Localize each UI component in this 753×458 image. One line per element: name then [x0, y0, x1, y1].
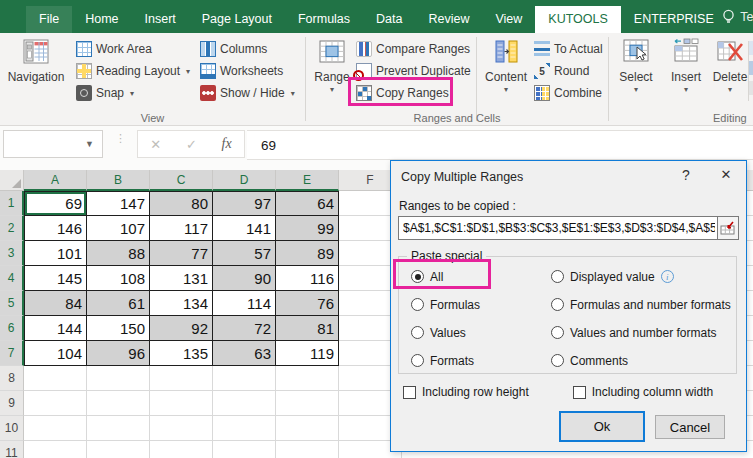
cell-B10[interactable] — [87, 416, 150, 441]
cell-C6[interactable]: 92 — [150, 316, 213, 341]
insert-button[interactable]: Insert ▾ — [666, 36, 706, 94]
row-header-7[interactable]: 7 — [0, 341, 24, 366]
tab-data[interactable]: Data — [363, 6, 415, 33]
radio-displayed-value[interactable]: Displayed valuei — [551, 267, 731, 286]
worksheets-button[interactable]: Worksheets — [200, 61, 295, 81]
cell-A8[interactable] — [24, 366, 87, 391]
info-icon[interactable]: i — [661, 270, 674, 283]
cell-D2[interactable]: 141 — [213, 216, 276, 241]
cell-D5[interactable]: 114 — [213, 291, 276, 316]
cell-C11[interactable] — [150, 441, 213, 458]
cell-C9[interactable] — [150, 391, 213, 416]
cell-C2[interactable]: 117 — [150, 216, 213, 241]
cell-B4[interactable]: 108 — [87, 266, 150, 291]
cell-B11[interactable] — [87, 441, 150, 458]
tab-formulas[interactable]: Formulas — [285, 6, 363, 33]
to-actual-button[interactable]: To Actual — [534, 39, 603, 59]
columns-button[interactable]: Columns — [200, 39, 295, 59]
snap-button[interactable]: Snap▾ — [76, 83, 190, 103]
tell-me[interactable]: Tell — [722, 0, 753, 33]
cell-E11[interactable] — [276, 441, 339, 458]
cell-C5[interactable]: 134 — [150, 291, 213, 316]
cell-B3[interactable]: 88 — [87, 241, 150, 266]
row-header-4[interactable]: 4 — [0, 266, 24, 291]
tab-review[interactable]: Review — [415, 6, 482, 33]
cell-D8[interactable] — [213, 366, 276, 391]
row-header-8[interactable]: 8 — [0, 366, 24, 391]
cell-B8[interactable] — [87, 366, 150, 391]
cell-A11[interactable] — [24, 441, 87, 458]
checkbox-including-column-width[interactable]: Including column width — [573, 385, 713, 399]
compare-ranges-button[interactable]: Compare Ranges — [356, 39, 471, 59]
cell-A2[interactable]: 146 — [24, 216, 87, 241]
work-area-button[interactable]: Work Area — [76, 39, 190, 59]
insert-function-icon[interactable]: fx — [222, 136, 232, 152]
cell-D7[interactable]: 63 — [213, 341, 276, 366]
cell-E8[interactable] — [276, 366, 339, 391]
cell-D9[interactable] — [213, 391, 276, 416]
cell-C1[interactable]: 80 — [150, 191, 213, 216]
tab-kutools[interactable]: KUTOOLS — [535, 6, 621, 33]
row-header-10[interactable]: 10 — [0, 416, 24, 441]
row-header-5[interactable]: 5 — [0, 291, 24, 316]
cell-A6[interactable]: 144 — [24, 316, 87, 341]
cell-D4[interactable]: 90 — [213, 266, 276, 291]
cell-D11[interactable] — [213, 441, 276, 458]
cell-B5[interactable]: 61 — [87, 291, 150, 316]
cell-A7[interactable]: 104 — [24, 341, 87, 366]
row-header-2[interactable]: 2 — [0, 216, 24, 241]
ranges-input[interactable] — [398, 216, 717, 240]
navigation-button[interactable]: Navigation — [8, 36, 64, 84]
tab-view[interactable]: View — [482, 6, 535, 33]
tab-insert[interactable]: Insert — [132, 6, 189, 33]
name-box[interactable]: ▼ — [3, 130, 103, 158]
delete-button[interactable]: Delete ▾ — [708, 36, 752, 94]
cell-A4[interactable]: 145 — [24, 266, 87, 291]
cell-C3[interactable]: 77 — [150, 241, 213, 266]
cell-E6[interactable]: 81 — [276, 316, 339, 341]
tab-page-layout[interactable]: Page Layout — [189, 6, 285, 33]
radio-comments[interactable]: Comments — [551, 351, 731, 370]
name-box-dropdown-icon[interactable]: ▼ — [85, 139, 94, 149]
row-header-6[interactable]: 6 — [0, 316, 24, 341]
column-header-C[interactable]: C — [150, 170, 213, 191]
row-header-11[interactable]: 11 — [0, 441, 24, 458]
range-button[interactable]: Range ▾ — [310, 36, 354, 94]
select-button[interactable]: Select ▾ — [614, 36, 658, 94]
content-button[interactable]: Content ▾ — [482, 36, 530, 94]
cell-B2[interactable]: 107 — [87, 216, 150, 241]
checkbox-including-row-height[interactable]: Including row height — [403, 385, 529, 399]
cancel-entry-icon[interactable]: ✕ — [150, 137, 161, 152]
cell-B6[interactable]: 150 — [87, 316, 150, 341]
select-all-corner[interactable] — [0, 170, 24, 191]
range-picker-button[interactable] — [717, 216, 739, 240]
cell-C8[interactable] — [150, 366, 213, 391]
cell-A10[interactable] — [24, 416, 87, 441]
tab-enterprise[interactable]: ENTERPRISE — [621, 6, 727, 33]
cell-E4[interactable]: 116 — [276, 266, 339, 291]
row-header-1[interactable]: 1 — [0, 191, 24, 216]
cell-C4[interactable]: 131 — [150, 266, 213, 291]
dialog-close-icon[interactable]: ✕ — [713, 167, 739, 187]
column-header-B[interactable]: B — [87, 170, 150, 191]
cell-D1[interactable]: 97 — [213, 191, 276, 216]
radio-values[interactable]: Values — [411, 323, 480, 342]
cell-A1[interactable]: 69 — [24, 191, 87, 216]
radio-formats[interactable]: Formats — [411, 351, 480, 370]
tab-file[interactable]: File — [26, 6, 72, 33]
dialog-help-button[interactable]: ? — [673, 167, 699, 187]
cell-A9[interactable] — [24, 391, 87, 416]
column-header-A[interactable]: A — [24, 170, 87, 191]
round-button[interactable]: 5Round — [534, 61, 603, 81]
cell-D3[interactable]: 57 — [213, 241, 276, 266]
radio-formulas-number-formats[interactable]: Formulas and number formats — [551, 295, 731, 314]
cell-B7[interactable]: 96 — [87, 341, 150, 366]
cell-D6[interactable]: 72 — [213, 316, 276, 341]
cell-C10[interactable] — [150, 416, 213, 441]
radio-formulas[interactable]: Formulas — [411, 295, 480, 314]
row-header-9[interactable]: 9 — [0, 391, 24, 416]
cell-E7[interactable]: 119 — [276, 341, 339, 366]
copy-ranges-button[interactable]: Copy Ranges — [356, 83, 471, 103]
show-hide-button[interactable]: Show / Hide▾ — [200, 83, 295, 103]
cell-E2[interactable]: 99 — [276, 216, 339, 241]
